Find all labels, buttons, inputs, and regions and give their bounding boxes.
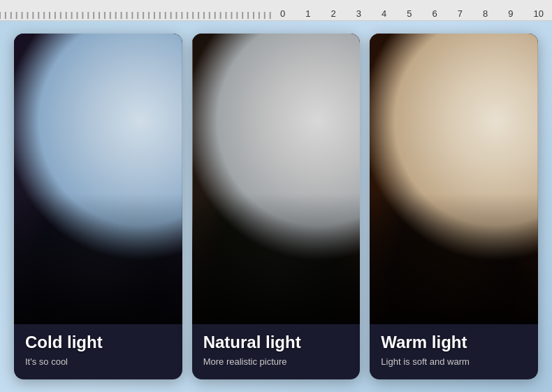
cold-gradient-overlay — [14, 194, 182, 324]
natural-light-image — [192, 34, 361, 324]
ruler-number-0: 0 — [280, 8, 285, 19]
cold-light-image — [14, 34, 182, 324]
natural-light-subtitle: More realistic picture — [203, 356, 349, 367]
ruler-number-9: 9 — [508, 8, 513, 19]
ruler-ticks — [0, 12, 272, 19]
warm-light-title: Warm light — [381, 333, 527, 352]
ruler-number-1: 1 — [305, 8, 310, 19]
natural-light-title: Natural light — [203, 333, 349, 352]
cold-light-title: Cold light — [25, 333, 171, 352]
ruler-number-3: 3 — [356, 8, 361, 19]
warm-light-subtitle: Light is soft and warm — [381, 356, 527, 367]
cold-light-subtitle: It's so cool — [25, 356, 171, 367]
ruler-number-7: 7 — [458, 8, 463, 19]
ruler-number-8: 8 — [483, 8, 488, 19]
ruler-number-10: 10 — [533, 8, 543, 19]
natural-light-text: Natural light More realistic picture — [192, 323, 361, 379]
cold-light-text: Cold light It's so cool — [14, 323, 182, 379]
natural-gradient-overlay — [192, 194, 361, 324]
cold-light-card[interactable]: Cold light It's so cool — [14, 34, 182, 379]
ruler-number-4: 4 — [382, 8, 386, 19]
ruler-number-6: 6 — [432, 8, 437, 19]
natural-light-card[interactable]: Natural light More realistic picture — [192, 34, 361, 379]
warm-light-card[interactable]: Warm light Light is soft and warm — [370, 34, 538, 379]
warm-gradient-overlay — [370, 194, 538, 324]
warm-light-text: Warm light Light is soft and warm — [370, 323, 538, 379]
ruler: 0 1 2 3 4 5 6 7 8 9 10 — [0, 0, 552, 21]
ruler-number-2: 2 — [331, 8, 335, 19]
main-content: Cold light It's so cool Natural light Mo… — [0, 21, 552, 392]
ruler-number-5: 5 — [407, 8, 412, 19]
ruler-numbers: 0 1 2 3 4 5 6 7 8 9 10 — [272, 8, 552, 19]
warm-light-image — [370, 34, 538, 324]
